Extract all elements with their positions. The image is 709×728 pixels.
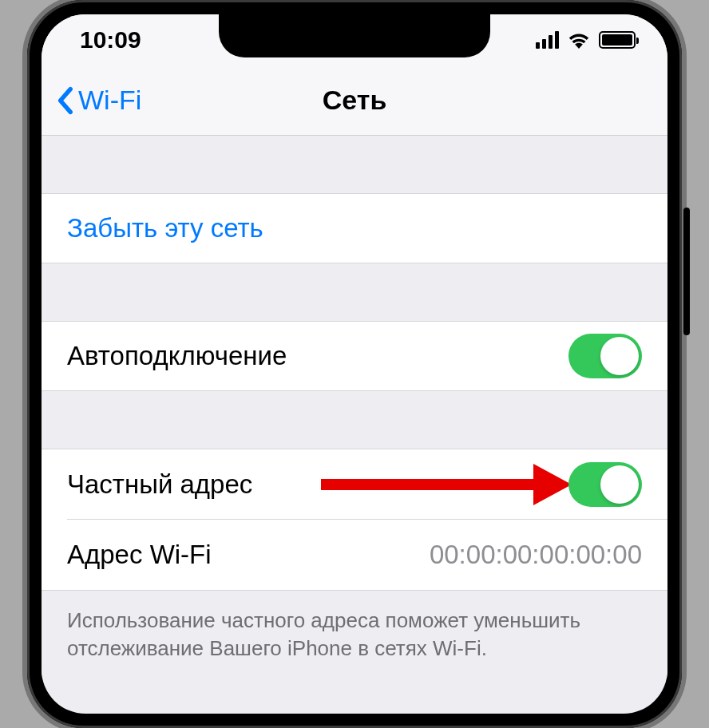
forget-network-cell[interactable]: Забыть эту сеть [42,193,667,263]
private-address-label: Частный адрес [67,469,568,500]
private-address-toggle[interactable] [568,462,642,507]
cellular-signal-icon [536,31,559,49]
status-time: 10:09 [80,26,141,53]
status-icons [536,31,636,49]
settings-body: Забыть эту сеть Автоподключение Частный … [42,136,667,679]
back-label: Wi-Fi [78,85,141,116]
phone-screen: 10:09 Wi-Fi [42,14,667,714]
autoconnect-toggle[interactable] [568,334,642,378]
phone-frame: 10:09 Wi-Fi [27,0,682,728]
autoconnect-label: Автоподключение [67,341,568,371]
battery-icon [599,31,636,49]
chevron-left-icon [56,86,73,115]
phone-side-button [683,208,690,335]
phone-notch [219,14,490,57]
wifi-address-label: Адрес Wi-Fi [67,540,430,570]
page-title: Сеть [323,85,387,116]
wifi-address-cell: Адрес Wi-Fi 00:00:00:00:00:00 [42,520,667,590]
back-button[interactable]: Wi-Fi [42,85,141,116]
private-address-cell[interactable]: Частный адрес [42,449,667,520]
footer-description: Использование частного адреса поможет ум… [42,591,667,679]
wifi-icon [567,31,591,49]
autoconnect-cell[interactable]: Автоподключение [42,321,667,391]
nav-bar: Wi-Fi Сеть [42,65,667,136]
address-group: Частный адрес Адрес Wi-Fi 00:00:00:00:00… [42,449,667,591]
wifi-address-value: 00:00:00:00:00:00 [430,540,642,570]
forget-network-label: Забыть эту сеть [67,213,642,243]
